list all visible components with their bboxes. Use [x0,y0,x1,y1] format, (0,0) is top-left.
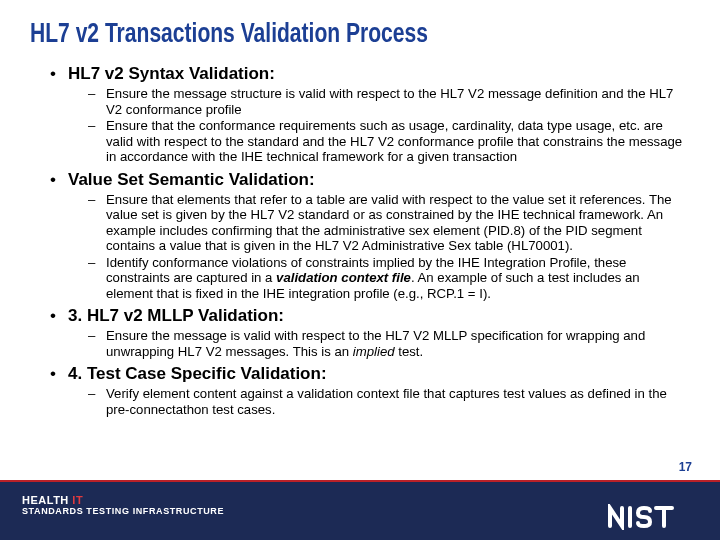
section-heading: Value Set Semantic Validation: [68,169,315,190]
sub-item: Ensure the message is valid with respect… [106,328,690,359]
brand-line2: STANDARDS TESTING INFRASTRUCTURE [22,506,224,517]
section-heading: HL7 v2 Syntax Validation: [68,63,275,84]
bullet-icon: • [50,169,68,190]
bullet-icon: • [50,305,68,326]
sub-list-3: –Ensure the message is valid with respec… [30,328,690,359]
section-heading: 3. HL7 v2 MLLP Validation: [68,305,284,326]
sub-item: Ensure the message structure is valid wi… [106,86,690,117]
section-1: • HL7 v2 Syntax Validation: –Ensure the … [30,63,690,165]
sub-item: Ensure that the conformance requirements… [106,118,690,165]
sub-item: Identify conformance violations of const… [106,255,690,302]
footer-branding: HEALTH IT STANDARDS TESTING INFRASTRUCTU… [22,494,224,517]
dash-icon: – [88,386,106,402]
slide-title: HL7 v2 Transactions Validation Process [30,18,545,49]
sub-item: Verify element content against a validat… [106,386,690,417]
sub-list-1: –Ensure the message structure is valid w… [30,86,690,165]
sub-item: Ensure that elements that refer to a tab… [106,192,690,254]
page-number: 17 [679,460,692,474]
footer-bar: HEALTH IT STANDARDS TESTING INFRASTRUCTU… [0,482,720,540]
brand-line1: HEALTH IT [22,494,224,506]
sub-list-4: –Verify element content against a valida… [30,386,690,417]
dash-icon: – [88,86,106,102]
nist-logo-icon [606,504,696,530]
slide: HL7 v2 Transactions Validation Process •… [0,0,720,540]
section-4: • 4. Test Case Specific Validation: –Ver… [30,363,690,417]
section-heading: 4. Test Case Specific Validation: [68,363,327,384]
brand-word-health: HEALTH [22,494,72,506]
section-3: • 3. HL7 v2 MLLP Validation: –Ensure the… [30,305,690,359]
dash-icon: – [88,118,106,134]
section-2: • Value Set Semantic Validation: –Ensure… [30,169,690,302]
slide-content: HL7 v2 Transactions Validation Process •… [30,18,690,421]
main-bullet-list: • HL7 v2 Syntax Validation: –Ensure the … [30,63,690,417]
dash-icon: – [88,255,106,271]
dash-icon: – [88,328,106,344]
bullet-icon: • [50,363,68,384]
sub-list-2: –Ensure that elements that refer to a ta… [30,192,690,302]
dash-icon: – [88,192,106,208]
bullet-icon: • [50,63,68,84]
brand-word-it: IT [72,494,83,506]
